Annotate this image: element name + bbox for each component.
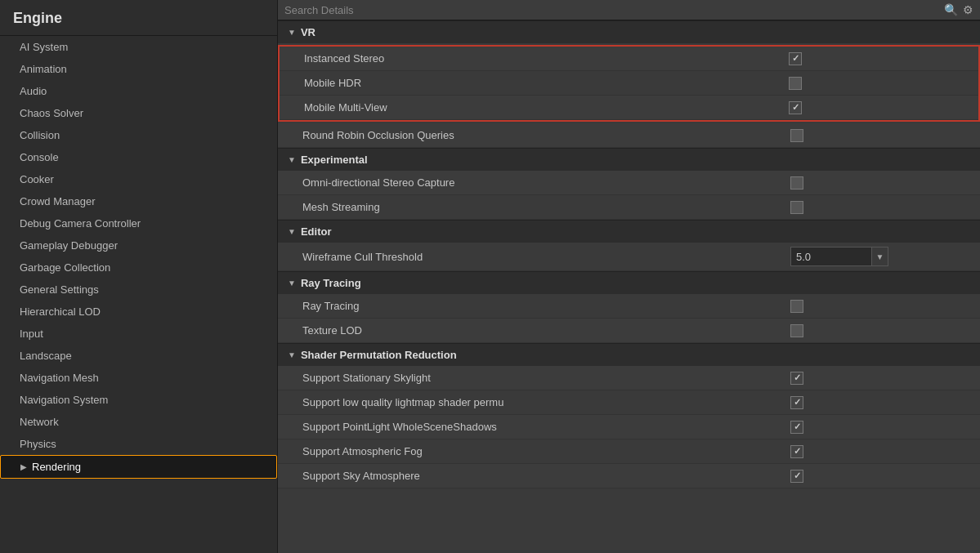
sidebar-item-navigation-mesh[interactable]: Navigation Mesh — [0, 367, 277, 389]
spinner-button[interactable]: ▼ — [871, 248, 888, 265]
round-robin-checkbox[interactable] — [790, 129, 803, 142]
table-row: Mesh Streaming — [278, 195, 980, 220]
mobile-hdr-label: Mobile HDR — [304, 77, 789, 89]
sidebar-item-crowd-manager[interactable]: Crowd Manager — [0, 190, 277, 212]
sidebar-expand-arrow: ▶ — [20, 462, 27, 471]
support-pointlight-label: Support PointLight WholeSceneShadows — [302, 421, 790, 433]
shader-permutation-collapse-arrow: ▼ — [288, 350, 296, 359]
support-atmospheric-fog-checkbox[interactable] — [790, 445, 803, 458]
support-atmospheric-fog-control — [790, 445, 970, 458]
table-row: Instanced Stereo — [280, 47, 978, 71]
support-low-quality-lightmap-label: Support low quality lightmap shader perm… — [302, 396, 790, 408]
table-row: Ray Tracing — [278, 294, 980, 319]
sidebar-item-gameplay-debugger[interactable]: Gameplay Debugger — [0, 234, 277, 256]
table-row: Texture LOD — [278, 319, 980, 343]
support-stationary-skylight-control — [790, 372, 970, 385]
sidebar-item-general-settings[interactable]: General Settings — [0, 279, 277, 301]
sidebar-item-collision[interactable]: Collision — [0, 124, 277, 146]
ray-tracing-label: Ray Tracing — [302, 300, 790, 312]
sidebar-item-navigation-system[interactable]: Navigation System — [0, 389, 277, 411]
support-low-quality-lightmap-checkbox[interactable] — [790, 396, 803, 409]
wireframe-cull-input[interactable] — [791, 249, 871, 265]
texture-lod-control — [790, 324, 970, 337]
wireframe-cull-control: ▼ — [790, 247, 970, 266]
mobile-hdr-checkbox[interactable] — [789, 77, 802, 90]
support-pointlight-control — [790, 421, 970, 434]
vr-collapse-arrow: ▼ — [288, 28, 296, 37]
ray-tracing-control — [790, 300, 970, 313]
table-row: Support low quality lightmap shader perm… — [278, 390, 980, 415]
table-row: Omni-directional Stereo Capture — [278, 171, 980, 195]
mobile-multiview-label: Mobile Multi-View — [304, 101, 789, 114]
editor-collapse-arrow: ▼ — [288, 227, 296, 236]
sidebar-item-hierarchical-lod[interactable]: Hierarchical LOD — [0, 301, 277, 323]
editor-section-title: Editor — [301, 225, 332, 238]
mobile-multiview-checkbox[interactable] — [789, 101, 802, 114]
sidebar-item-ai-system[interactable]: AI System — [0, 36, 277, 58]
sidebar-item-chaos-solver[interactable]: Chaos Solver — [0, 102, 277, 124]
search-icon: 🔍 — [944, 3, 958, 16]
shader-permutation-section-title: Shader Permutation Reduction — [301, 349, 457, 361]
support-sky-atmosphere-control — [790, 470, 970, 483]
mesh-streaming-checkbox[interactable] — [790, 201, 803, 214]
table-row: Support Sky Atmosphere — [278, 464, 980, 488]
search-bar: 🔍 ⚙ — [278, 0, 980, 20]
section-experimental-header[interactable]: ▼ Experimental — [278, 148, 980, 171]
sidebar-item-audio[interactable]: Audio — [0, 80, 277, 102]
omni-stereo-label: Omni-directional Stereo Capture — [302, 176, 790, 189]
section-raytracing-header[interactable]: ▼ Ray Tracing — [278, 271, 980, 294]
instanced-stereo-checkbox[interactable] — [789, 52, 802, 65]
table-row: Mobile HDR — [280, 71, 978, 96]
support-low-quality-lightmap-control — [790, 396, 970, 409]
support-sky-atmosphere-label: Support Sky Atmosphere — [302, 470, 790, 482]
vr-highlight-group: Instanced Stereo Mobile HDR Mobile Multi… — [278, 45, 980, 122]
sidebar-item-console[interactable]: Console — [0, 146, 277, 168]
sidebar: Engine AI System Animation Audio Chaos S… — [0, 0, 278, 553]
section-shader-permutation-header[interactable]: ▼ Shader Permutation Reduction — [278, 343, 980, 366]
table-row: Support PointLight WholeSceneShadows — [278, 415, 980, 439]
mesh-streaming-label: Mesh Streaming — [302, 201, 790, 213]
omni-stereo-checkbox[interactable] — [790, 176, 803, 190]
table-row: Support Stationary Skylight — [278, 366, 980, 390]
sidebar-item-debug-camera-controller[interactable]: Debug Camera Controller — [0, 212, 277, 234]
sidebar-items: AI System Animation Audio Chaos Solver C… — [0, 36, 277, 479]
round-robin-control — [790, 129, 970, 142]
options-icon[interactable]: ⚙ — [963, 3, 973, 16]
table-row: Wireframe Cull Threshold ▼ — [278, 243, 980, 271]
raytracing-section-title: Ray Tracing — [301, 277, 361, 289]
sidebar-item-animation[interactable]: Animation — [0, 58, 277, 80]
sidebar-item-rendering[interactable]: ▶ Rendering — [0, 455, 277, 479]
instanced-stereo-label: Instanced Stereo — [304, 52, 789, 65]
settings-content: ▼ VR Instanced Stereo Mobile HDR Mobile … — [278, 20, 980, 553]
experimental-section-title: Experimental — [301, 154, 368, 166]
sidebar-item-physics[interactable]: Physics — [0, 433, 277, 455]
support-stationary-skylight-checkbox[interactable] — [790, 372, 803, 385]
texture-lod-label: Texture LOD — [302, 324, 790, 337]
section-editor-header[interactable]: ▼ Editor — [278, 220, 980, 243]
mesh-streaming-control — [790, 201, 970, 214]
vr-section-title: VR — [301, 26, 315, 38]
sidebar-item-cooker[interactable]: Cooker — [0, 168, 277, 190]
mobile-hdr-control — [789, 77, 969, 90]
sidebar-item-input[interactable]: Input — [0, 323, 277, 345]
sidebar-title: Engine — [0, 0, 277, 36]
support-sky-atmosphere-checkbox[interactable] — [790, 470, 803, 483]
ray-tracing-checkbox[interactable] — [790, 300, 803, 313]
mobile-multiview-control — [789, 101, 969, 114]
support-stationary-skylight-label: Support Stationary Skylight — [302, 372, 790, 384]
omni-stereo-control — [790, 176, 970, 190]
raytracing-collapse-arrow: ▼ — [288, 279, 296, 288]
table-row: Round Robin Occlusion Queries — [278, 123, 980, 148]
sidebar-item-network[interactable]: Network — [0, 411, 277, 433]
experimental-collapse-arrow: ▼ — [288, 155, 296, 164]
texture-lod-checkbox[interactable] — [790, 324, 803, 337]
section-vr-header[interactable]: ▼ VR — [278, 20, 980, 43]
table-row: Mobile Multi-View — [280, 96, 978, 120]
support-pointlight-checkbox[interactable] — [790, 421, 803, 434]
support-atmospheric-fog-label: Support Atmospheric Fog — [302, 445, 790, 457]
search-input[interactable] — [284, 4, 939, 16]
sidebar-item-landscape[interactable]: Landscape — [0, 345, 277, 367]
sidebar-item-garbage-collection[interactable]: Garbage Collection — [0, 256, 277, 279]
table-row: Support Atmospheric Fog — [278, 439, 980, 464]
wireframe-cull-label: Wireframe Cull Threshold — [302, 251, 790, 263]
